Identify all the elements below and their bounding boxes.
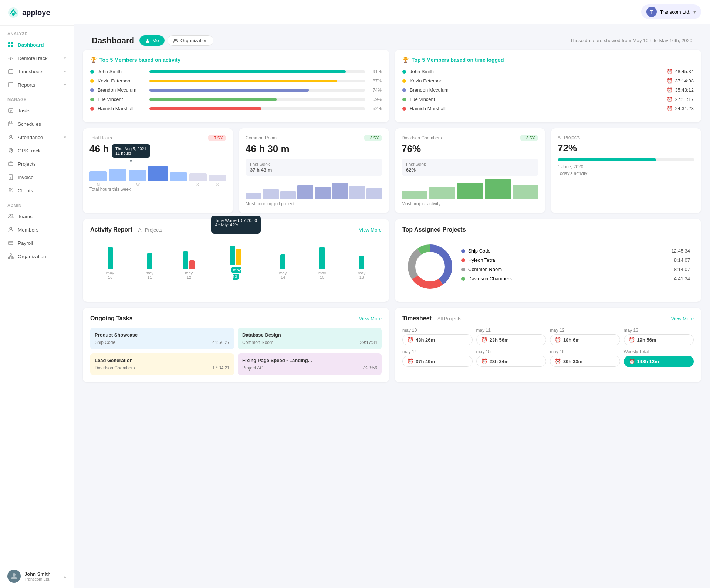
bar [230, 246, 235, 265]
sidebar-item-members[interactable]: Members [0, 223, 74, 236]
task-time: 17:34:21 [212, 365, 230, 371]
bar [183, 251, 188, 269]
project-time: 8:14:07 [674, 257, 690, 263]
sidebar-item-teams[interactable]: Teams [0, 210, 74, 223]
bar [402, 191, 427, 199]
app-name: apploye [22, 9, 50, 17]
org-icon [173, 38, 178, 43]
svg-point-50 [417, 253, 443, 280]
svg-point-28 [11, 189, 13, 190]
person-icon [145, 38, 150, 43]
list-item: Kevin Peterson 87% [90, 78, 382, 84]
top5-time-title: 🏆 Top 5 Members based on time logged [402, 57, 694, 63]
common-room-value: 46 h 30 m [246, 143, 382, 155]
bar-pair [108, 240, 113, 269]
sidebar-label-teams: Teams [18, 214, 33, 219]
timesheet-view-more[interactable]: View More [671, 316, 694, 321]
bar-label: M [89, 183, 107, 187]
svg-point-20 [10, 135, 12, 138]
sidebar-label-attendance: Attendance [18, 135, 43, 140]
sidebar-item-attendance[interactable]: Attendance ▾ [0, 131, 74, 144]
view-org-button[interactable]: Organization [168, 35, 213, 46]
sidebar-item-reports[interactable]: Reports ▾ [0, 78, 74, 91]
svg-rect-4 [8, 45, 10, 47]
task-time: 41:56:27 [212, 340, 230, 345]
activity-view-more[interactable]: View More [359, 227, 382, 233]
clock-icon: ⏰ [667, 97, 673, 102]
timesheet-cell: may 12 ⏰ 18h 6m [550, 328, 620, 345]
svg-rect-10 [9, 82, 13, 87]
bar [246, 193, 261, 199]
activity-bar-group: may14 [266, 240, 300, 280]
tooltip-value: 11 hours [115, 151, 146, 155]
sidebar-item-dashboard[interactable]: Dashboard [0, 38, 74, 51]
activity-chart-container: may10 may11 may12 Time Worked: 07:20:00 … [90, 239, 382, 291]
svg-rect-16 [9, 122, 13, 126]
sidebar-item-invoice[interactable]: Invoice [0, 170, 74, 184]
timesheet-time-value: ⏰ 39h 33m [550, 356, 620, 367]
bar [320, 247, 325, 269]
tasks-view-more[interactable]: View More [359, 316, 382, 321]
bar-pair [230, 235, 241, 265]
sidebar-item-projects[interactable]: Projects [0, 157, 74, 170]
timesheet-grid: may 10 ⏰ 43h 26m may 11 ⏰ 23h 56m may 12… [402, 328, 694, 367]
view-me-button[interactable]: Me [139, 35, 165, 46]
clock-icon: ⏰ [407, 358, 413, 364]
sidebar-item-clients[interactable]: Clients [0, 184, 74, 197]
timesheet-cell: may 13 ⏰ 19h 56m [624, 328, 694, 345]
svg-point-27 [9, 189, 11, 190]
timesheet-cell: may 16 ⏰ 39h 33m [550, 349, 620, 367]
member-pct: 59% [369, 97, 382, 102]
sidebar-item-payroll[interactable]: Payroll [0, 236, 74, 250]
list-item: Lue Vincent 59% [90, 97, 382, 102]
davidson-label: Davidson Chambers ↑ 3.5% [402, 135, 538, 141]
logo-icon [7, 7, 19, 18]
list-item: Lead Generation Davidson Chambers 17:34:… [90, 353, 234, 375]
reports-icon [7, 81, 14, 88]
clients-icon [7, 187, 14, 194]
svg-rect-34 [10, 254, 11, 255]
sidebar-label-invoice: Invoice [18, 175, 34, 180]
bar-tooltip: Thu, Aug 5, 2021 11 hours ▼ [112, 144, 150, 164]
sidebar-item-tasks[interactable]: Tasks [0, 104, 74, 117]
activity-date-label: may13 [231, 266, 241, 280]
activity-date-label: may10 [106, 271, 114, 280]
clock-icon: ⏰ [481, 358, 487, 364]
task-name: Product Showcase [95, 332, 230, 338]
timesheet-time-value: ⏰ 43h 26m [402, 334, 473, 345]
teams-icon [7, 213, 14, 220]
member-name: Brendon Mcculum [410, 87, 458, 93]
sidebar-item-organization[interactable]: Organization [0, 250, 74, 263]
timesheet-cell: may 14 ⏰ 37h 49m [402, 349, 473, 367]
timesheet-cell: may 11 ⏰ 23h 56m [476, 328, 547, 345]
organization-icon [7, 253, 14, 260]
member-name: Kevin Peterson [410, 78, 458, 84]
org-selector[interactable]: T Transcom Ltd. ▾ [641, 4, 701, 19]
sidebar-item-gpstrack[interactable]: GPSTrack [0, 144, 74, 157]
activity-members-list: John Smith 91% Kevin Peterson 87% Brendo… [90, 69, 382, 111]
timesheet-header: Timesheet All Projects View More [402, 315, 694, 322]
donut-container: Ship Code 12:45:34 Hyleon Tetra 8:14:07 … [402, 239, 694, 294]
sidebar: apploye Analyze Dashboard RemoteTrack ▾ … [0, 0, 74, 588]
trophy-icon: 🏆 [90, 57, 97, 63]
timesheet-date: may 16 [550, 349, 620, 354]
member-pct: 91% [369, 69, 382, 74]
task-name: Fixing Page Speed - Landing... [242, 358, 377, 363]
svg-rect-7 [9, 70, 13, 74]
clock-icon: ⏰ [629, 337, 635, 343]
project-name: Ship Code [468, 248, 491, 254]
list-item: Lue Vincent ⏰ 27:11:17 [402, 97, 694, 102]
avatar [7, 570, 21, 583]
activity-bars: may10 may11 may12 Time Worked: 07:20:00 … [90, 239, 382, 280]
total-hours-chart [89, 159, 226, 181]
task-project: Project AGI [242, 365, 265, 371]
sidebar-item-schedules[interactable]: Schedules [0, 117, 74, 131]
trophy-icon: 🏆 [402, 57, 409, 63]
sidebar-item-remotetrack[interactable]: RemoteTrack ▾ [0, 51, 74, 65]
timesheet-card: Timesheet All Projects View More may 10 … [395, 308, 701, 382]
bar-label: W [129, 183, 147, 187]
bar [108, 247, 113, 269]
list-item: Product Showcase Ship Code 41:56:27 [90, 328, 234, 349]
user-profile[interactable]: John Smith Transcom Ltd. ▴ [0, 564, 74, 588]
sidebar-item-timesheets[interactable]: Timesheets ▾ [0, 65, 74, 78]
